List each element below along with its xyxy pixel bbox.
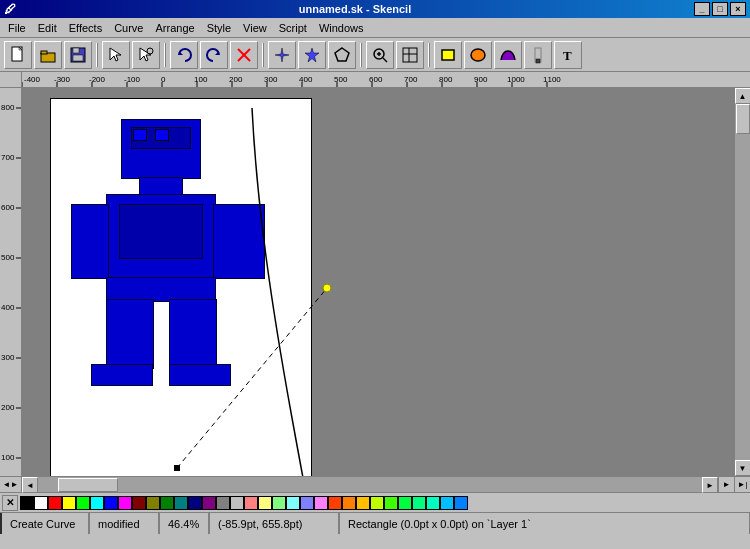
color-olive[interactable] [146,496,160,510]
svg-rect-6 [73,55,83,61]
color-amber[interactable] [356,496,370,510]
color-chartreuse[interactable] [384,496,398,510]
svg-text:400: 400 [1,303,15,312]
close-button[interactable]: × [730,2,746,16]
color-purple[interactable] [202,496,216,510]
page-next-icon[interactable]: ► [719,477,734,492]
vertical-scrollbar[interactable]: ▲ ▼ [734,88,750,476]
svg-marker-16 [335,48,349,61]
scroll-up-button[interactable]: ▲ [735,88,751,104]
menu-style[interactable]: Style [201,20,237,36]
open-button[interactable] [34,41,62,69]
svg-rect-3 [41,51,47,54]
horizontal-scrollbar[interactable]: ◄ ► [22,476,718,492]
status-state: modified [90,513,160,534]
menu-edit[interactable]: Edit [32,20,63,36]
color-green[interactable] [160,496,174,510]
text-tool[interactable]: T [554,41,582,69]
hscroll-track[interactable] [38,477,702,492]
separator2 [164,43,166,67]
canvas-viewport[interactable] [22,88,734,476]
arrow-tool[interactable] [102,41,130,69]
drawing-page [50,98,312,476]
scroll-down-button[interactable]: ▼ [735,460,751,476]
redo-button[interactable] [200,41,228,69]
menu-view[interactable]: View [237,20,273,36]
svg-text:800: 800 [1,103,15,112]
grid-tool[interactable] [396,41,424,69]
tab-right-button[interactable]: ► [11,480,19,489]
color-lightmagenta[interactable] [314,496,328,510]
select-tool[interactable] [132,41,160,69]
svg-point-9 [147,48,153,54]
maximize-button[interactable]: □ [712,2,728,16]
scroll-end-button[interactable]: ►| [734,476,750,492]
svg-text:-200: -200 [89,75,106,84]
color-skyblue[interactable] [440,496,454,510]
color-magenta[interactable] [118,496,132,510]
scroll-left-button[interactable]: ◄ [22,477,38,493]
bezier-tool[interactable] [494,41,522,69]
color-aqua[interactable] [426,496,440,510]
color-silver[interactable] [230,496,244,510]
svg-text:300: 300 [1,353,15,362]
svg-text:900: 900 [474,75,488,84]
color-lightgreen[interactable] [272,496,286,510]
scroll-right-button[interactable]: ► [702,477,718,493]
menu-script[interactable]: Script [273,20,313,36]
no-color-button[interactable]: ✕ [2,495,18,511]
rect-tool[interactable] [434,41,462,69]
color-springgreen[interactable] [398,496,412,510]
color-red[interactable] [48,496,62,510]
tab-left-button[interactable]: ◄ [3,480,11,489]
ellipse-tool[interactable] [464,41,492,69]
color-palette: ✕ [0,492,750,512]
svg-text:500: 500 [334,75,348,84]
menu-curve[interactable]: Curve [108,20,149,36]
color-gray[interactable] [216,496,230,510]
color-cyan[interactable] [90,496,104,510]
menu-arrange[interactable]: Arrange [149,20,200,36]
polygon-tool[interactable] [328,41,356,69]
color-mint[interactable] [412,496,426,510]
color-orange1[interactable] [328,496,342,510]
torso-inner [119,204,203,259]
left-leg [106,299,154,369]
color-yellow[interactable] [62,496,76,510]
svg-text:-100: -100 [124,75,141,84]
status-zoom: 46.4% [160,513,210,534]
menu-effects[interactable]: Effects [63,20,108,36]
menu-file[interactable]: File [2,20,32,36]
minimize-button[interactable]: _ [694,2,710,16]
color-white[interactable] [34,496,48,510]
color-orange2[interactable] [342,496,356,510]
zoom-in-tool[interactable] [366,41,394,69]
color-pink[interactable] [244,496,258,510]
color-lime2[interactable] [370,496,384,510]
svg-text:600: 600 [369,75,383,84]
svg-text:1000: 1000 [507,75,525,84]
svg-rect-5 [73,48,79,53]
color-lightblue[interactable] [300,496,314,510]
undo-button[interactable] [170,41,198,69]
color-lightcyan[interactable] [286,496,300,510]
svg-rect-24 [442,50,454,60]
new-button[interactable] [4,41,32,69]
pen-tool[interactable] [524,41,552,69]
color-maroon[interactable] [132,496,146,510]
star4-tool[interactable] [268,41,296,69]
color-cornflower[interactable] [454,496,468,510]
menu-windows[interactable]: Windows [313,20,370,36]
svg-line-18 [383,58,387,62]
save-button[interactable] [64,41,92,69]
color-teal[interactable] [174,496,188,510]
delete-button[interactable] [230,41,258,69]
color-navy[interactable] [188,496,202,510]
star5-tool[interactable] [298,41,326,69]
vscroll-track[interactable] [735,104,751,460]
svg-text:0: 0 [161,75,166,84]
color-lightyellow[interactable] [258,496,272,510]
color-lime[interactable] [76,496,90,510]
color-black[interactable] [20,496,34,510]
color-blue[interactable] [104,496,118,510]
